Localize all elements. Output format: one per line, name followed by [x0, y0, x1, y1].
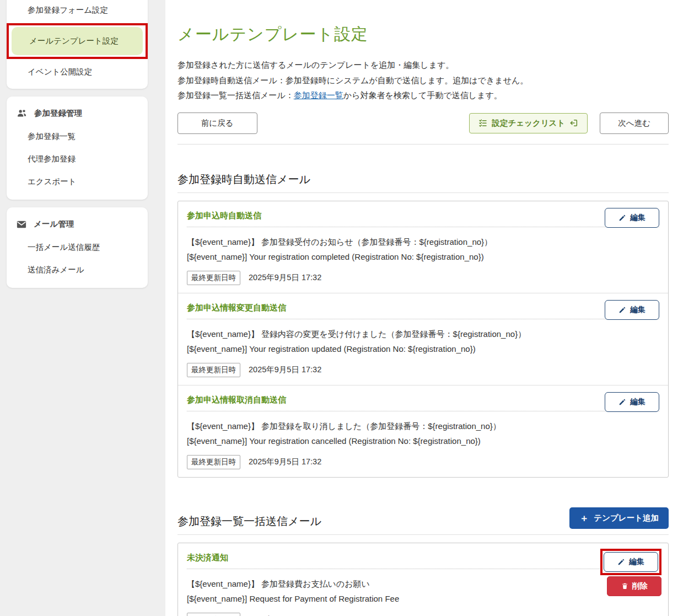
sidebar-item-sent-mail[interactable]: 送信済みメール [7, 259, 148, 281]
subject-ja: 【${event_name}】 参加登録を取り消しました（参加登録番号：${re… [187, 419, 659, 433]
sidebar-item-export[interactable]: エクスポート [7, 170, 148, 193]
annotation-highlight-edit: 編集 [600, 549, 661, 575]
pencil-icon [618, 398, 626, 406]
back-button[interactable]: 前に戻る [177, 113, 257, 134]
sidebar-item-event-publish-settings[interactable]: イベント公開設定 [7, 61, 148, 83]
sidebar-item-bulk-mail-history[interactable]: 一括メール送信履歴 [7, 236, 148, 259]
sidebar-header-label: 参加登録管理 [34, 108, 82, 119]
subject-en: [${event_name}] Your registration update… [187, 342, 659, 356]
template-actions: 編集 削除 [600, 549, 661, 596]
next-button[interactable]: 次へ進む [600, 113, 669, 134]
description-line-2: 参加登録時自動送信メール：参加登録時にシステムが自動で送信します。追加はできませ… [177, 73, 669, 88]
template-title: 参加申込時自動送信 [187, 201, 659, 227]
last-updated-row: 最終更新日時 2025年9月5日 17:32 [187, 455, 659, 469]
auto-mail-card: 参加申込時自動送信 編集 【${event_name}】 参加登録受付のお知らせ… [177, 201, 669, 478]
last-updated-value: 2025年9月5日 17:32 [249, 365, 321, 375]
template-title: 参加申込情報変更自動送信 [187, 293, 659, 319]
edit-button[interactable]: 編集 [605, 300, 659, 320]
add-template-button[interactable]: ＋ テンプレート追加 [569, 507, 669, 529]
main-content: メールテンプレート設定 参加登録された方に送信するメールのテンプレートを追加・編… [165, 0, 694, 616]
page-title: メールテンプレート設定 [177, 23, 669, 46]
page: 参加登録フォーム設定 メールテンプレート設定 イベント公開設定 参加登録管理 参… [0, 0, 694, 616]
sidebar-header-label: メール管理 [34, 219, 74, 229]
trash-icon [621, 582, 628, 590]
sidebar-group-registration-management: 参加登録管理 参加登録一覧 代理参加登録 エクスポート [7, 97, 148, 200]
sidebar-header-registration-management: 参加登録管理 [7, 101, 148, 125]
last-updated-row: 最終更新日時 2025年9月5日 17:32 [187, 613, 659, 616]
sidebar: 参加登録フォーム設定 メールテンプレート設定 イベント公開設定 参加登録管理 参… [0, 0, 165, 616]
arrow-into-bracket-icon [569, 119, 578, 127]
toolbar: 前に戻る 設定チェックリスト [177, 113, 669, 134]
subject-lines: 【${event_name}】 参加登録受付のお知らせ（参加登録番号：${reg… [187, 235, 659, 264]
edit-button[interactable]: 編集 [605, 392, 659, 412]
template-item-unpaid-notice: 未決済通知 編集 [178, 543, 668, 616]
edit-button-label: 編集 [630, 213, 645, 223]
template-title: 未決済通知 [187, 543, 659, 569]
sidebar-group-event-settings: 参加登録フォーム設定 メールテンプレート設定 イベント公開設定 [7, 0, 148, 89]
bulk-mail-card: 未決済通知 編集 [177, 543, 669, 616]
edit-button[interactable]: 編集 [604, 552, 658, 572]
last-updated-value: 2025年9月5日 17:32 [249, 272, 321, 283]
subject-ja: 【${event_name}】 参加登録受付のお知らせ（参加登録番号：${reg… [187, 235, 659, 249]
sidebar-group-mail-management: メール管理 一括メール送信履歴 送信済みメール [7, 207, 148, 288]
users-icon [17, 109, 27, 118]
sidebar-header-mail-management: メール管理 [7, 212, 148, 236]
subject-en: [${event_name}] Request for Payment of R… [187, 592, 588, 606]
subject-ja: 【${event_name}】 参加登録費お支払いのお願い [187, 577, 588, 591]
section-auto-heading: 参加登録時自動送信メール [177, 172, 669, 193]
subject-lines: 【${event_name}】 参加登録費お支払いのお願い [${event_n… [187, 577, 659, 606]
delete-button-label: 削除 [632, 581, 648, 591]
sidebar-item-proxy-registration[interactable]: 代理参加登録 [7, 148, 148, 170]
plus-icon: ＋ [579, 513, 589, 523]
settings-checklist-label: 設定チェックリスト [492, 118, 565, 128]
template-item-update-auto: 参加申込情報変更自動送信 編集 【${event_name}】 登録内容の変更を… [178, 293, 668, 385]
subject-lines: 【${event_name}】 参加登録を取り消しました（参加登録番号：${re… [187, 419, 659, 448]
template-item-registration-auto: 参加申込時自動送信 編集 【${event_name}】 参加登録受付のお知らせ… [178, 201, 668, 293]
add-template-label: テンプレート追加 [594, 513, 659, 523]
template-title: 参加申込情報取消自動送信 [187, 385, 659, 411]
sidebar-item-mail-template-settings[interactable]: メールテンプレート設定 [12, 27, 143, 55]
sidebar-item-registration-form-settings[interactable]: 参加登録フォーム設定 [7, 0, 148, 22]
last-updated-row: 最終更新日時 2025年9月5日 17:32 [187, 271, 659, 285]
pencil-icon [618, 214, 626, 222]
subject-lines: 【${event_name}】 登録内容の変更を受け付けました（参加登録番号：$… [187, 327, 659, 356]
edit-button[interactable]: 編集 [605, 208, 659, 228]
mail-icon [17, 221, 26, 228]
edit-button-label: 編集 [629, 557, 644, 567]
subject-en: [${event_name}] Your registration cancel… [187, 434, 659, 448]
annotation-highlight-sidebar: メールテンプレート設定 [7, 23, 148, 59]
edit-button-label: 編集 [630, 397, 645, 407]
subject-en: [${event_name}] Your registration comple… [187, 250, 659, 264]
last-updated-badge: 最終更新日時 [187, 271, 240, 285]
page-description: 参加登録された方に送信するメールのテンプレートを追加・編集します。 参加登録時自… [177, 58, 669, 103]
subject-ja: 【${event_name}】 登録内容の変更を受け付けました（参加登録番号：$… [187, 327, 659, 341]
edit-button-label: 編集 [630, 305, 645, 315]
sidebar-item-registration-list[interactable]: 参加登録一覧 [7, 125, 148, 148]
description-line-3-suffix: から対象者を検索して手動で送信します。 [343, 90, 502, 100]
registration-list-link[interactable]: 参加登録一覧 [294, 90, 343, 100]
last-updated-badge: 最終更新日時 [187, 455, 240, 469]
last-updated-badge: 最終更新日時 [187, 613, 240, 616]
description-line-3: 参加登録一覧一括送信メール：参加登録一覧から対象者を検索して手動で送信します。 [177, 88, 669, 103]
toolbar-divider [177, 144, 669, 144]
last-updated-value: 2025年9月5日 17:32 [249, 457, 321, 467]
description-line-3-prefix: 参加登録一覧一括送信メール： [177, 90, 294, 100]
last-updated-row: 最終更新日時 2025年9月5日 17:32 [187, 363, 659, 377]
delete-button[interactable]: 削除 [607, 576, 661, 596]
checklist-icon [478, 119, 487, 127]
section-bulk-heading: 参加登録一覧一括送信メール [177, 514, 321, 531]
pencil-icon [617, 558, 625, 566]
section-bulk-header: 参加登録一覧一括送信メール ＋ テンプレート追加 [177, 507, 669, 535]
template-item-cancel-auto: 参加申込情報取消自動送信 編集 【${event_name}】 参加登録を取り消… [178, 385, 668, 477]
settings-checklist-button[interactable]: 設定チェックリスト [469, 113, 588, 133]
description-line-1: 参加登録された方に送信するメールのテンプレートを追加・編集します。 [177, 58, 669, 72]
pencil-icon [618, 306, 626, 314]
last-updated-badge: 最終更新日時 [187, 363, 240, 377]
